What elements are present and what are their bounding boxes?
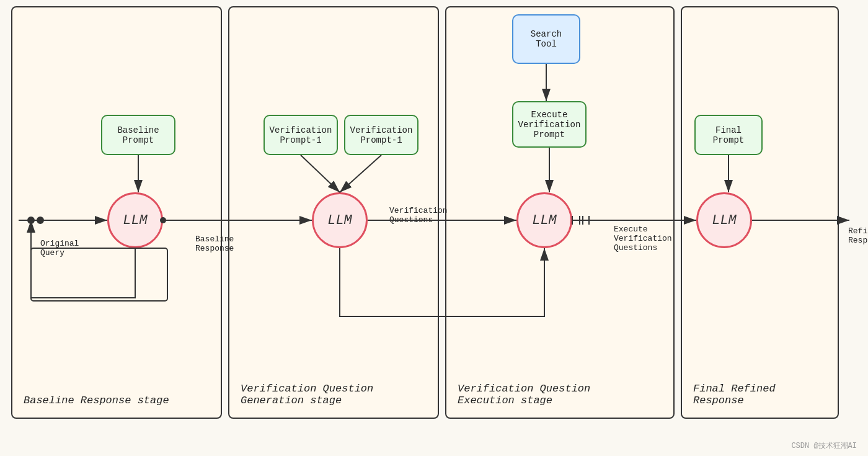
- stage-verification-exec-label: Verification Question Execution stage: [458, 383, 590, 406]
- llm3-circle: LLM: [516, 192, 572, 248]
- baseline-prompt-box: Baseline Prompt: [101, 115, 175, 155]
- search-tool-box: Search Tool: [512, 14, 580, 64]
- stage-baseline-label: Baseline Response stage: [24, 395, 169, 406]
- llm1-circle: LLM: [107, 192, 163, 248]
- final-prompt-box: Final Prompt: [694, 115, 763, 155]
- stage-verification-gen-label: Verification Question Generation stage: [241, 383, 373, 406]
- stage-final-label: Final Refined Response: [693, 383, 776, 406]
- watermark: CSDN @技术狂潮AI: [791, 440, 857, 451]
- llm2-circle: LLM: [312, 192, 368, 248]
- original-query-label: Original Query: [40, 239, 79, 257]
- verification-questions-label: Verification Questions: [389, 206, 448, 225]
- exec-verification-prompt-box: Execute Verification Prompt: [512, 101, 587, 148]
- verification-prompt1-box: Verification Prompt-1: [264, 115, 338, 155]
- verification-prompt2-box: Verification Prompt-1: [344, 115, 418, 155]
- refined-response-label: Refined Response: [848, 226, 868, 245]
- diagram-container: Baseline Response stage Verification Que…: [0, 0, 868, 456]
- baseline-response-label: Baseline Response: [195, 235, 234, 253]
- execute-verification-questions-label: Execute Verification Questions: [614, 225, 672, 253]
- llm4-circle: LLM: [696, 192, 752, 248]
